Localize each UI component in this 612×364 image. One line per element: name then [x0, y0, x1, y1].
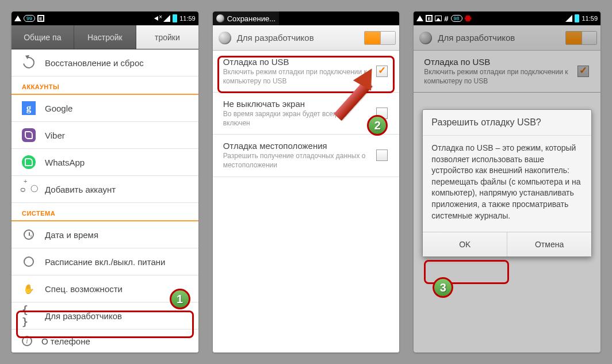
master-toggle[interactable]	[364, 31, 396, 45]
warning-icon	[14, 16, 21, 21]
title: Отладка по USB	[223, 57, 368, 67]
confirm-dialog: Разрешить отладку USB? Отладка по USB – …	[422, 109, 592, 257]
globe-icon	[219, 32, 231, 44]
tab-general[interactable]: Общие па	[12, 25, 74, 49]
item-google[interactable]: g Google	[12, 95, 198, 122]
label: Google	[45, 104, 189, 113]
marker-3: 3	[433, 277, 453, 298]
item-restore[interactable]: Восстановление и сброс	[12, 49, 198, 76]
item-about-phone[interactable]: i О телефоне	[12, 329, 198, 352]
clock-text: 11:59	[582, 15, 598, 22]
screen-settings: 99 E 11:59 Общие па Настройк тройки Восс…	[12, 12, 198, 352]
item-viber[interactable]: Viber	[12, 122, 198, 149]
item-developer-options[interactable]: { } Для разработчиков	[12, 302, 198, 329]
label: О телефоне	[41, 336, 189, 346]
cancel-button[interactable]: Отмена	[507, 232, 591, 256]
label: Для разработчиков	[45, 311, 189, 321]
item-schedule[interactable]: Расписание вкл./выкл. питани	[12, 248, 198, 275]
title: Не выключать экран	[223, 99, 368, 109]
label: Расписание вкл./выкл. питани	[45, 257, 189, 267]
clock-text: 11:59	[179, 15, 196, 22]
notif-badge: 98	[451, 15, 462, 22]
item-usb-debugging: Отладка по USB Включить режим отладки пр…	[414, 51, 600, 93]
signal-icon	[163, 15, 170, 22]
picture-icon	[435, 16, 442, 21]
settings-list: Восстановление и сброс АККАУНТЫ g Google…	[12, 49, 198, 352]
info-icon: i	[22, 336, 32, 346]
marker-1: 1	[170, 289, 190, 309]
globe-icon	[419, 32, 432, 44]
app-icon: E	[426, 15, 433, 22]
checkbox-mock-location[interactable]	[376, 150, 388, 161]
title: Для разработчиков	[237, 33, 314, 43]
checkbox-usb-debugging	[577, 66, 589, 77]
desc: Включить режим отладки при подключении к…	[424, 68, 568, 86]
label: Дата и время	[45, 230, 189, 240]
hex-icon	[465, 15, 472, 22]
notif-badge: 99	[24, 15, 35, 22]
tab-settings-1[interactable]: Настройк	[74, 25, 137, 49]
globe-icon	[216, 14, 224, 22]
label: Добавить аккаунт	[45, 185, 189, 194]
add-account-icon: ᴑ	[22, 182, 36, 196]
braces-icon: { }	[22, 309, 36, 323]
desc: Включить режим отладки при подключении к…	[223, 68, 368, 86]
ok-button[interactable]: OK	[423, 232, 507, 256]
action-bar: Для разработчиков	[414, 25, 600, 51]
warning-icon	[416, 16, 423, 21]
dialog-message: Отладка по USB – это режим, который позв…	[423, 136, 591, 232]
screen-confirm-dialog: E # 98 11:59 Для разработчиков Отладка п…	[414, 12, 600, 352]
whatsapp-icon	[22, 155, 36, 169]
back-button[interactable]	[415, 28, 436, 48]
clock-icon	[22, 228, 36, 242]
back-button[interactable]	[215, 28, 235, 48]
status-bar: Сохранение...	[213, 12, 400, 25]
section-accounts: АККАУНТЫ	[12, 76, 198, 95]
master-toggle[interactable]	[565, 31, 597, 45]
label: WhatsApp	[45, 158, 189, 167]
item-datetime[interactable]: Дата и время	[12, 221, 198, 248]
item-whatsapp[interactable]: WhatsApp	[12, 149, 198, 176]
item-usb-debugging[interactable]: Отладка по USB Включить режим отладки пр…	[213, 51, 400, 93]
label: Спец. возможности	[45, 284, 189, 294]
title: Для разработчиков	[438, 33, 515, 43]
status-bar: E # 98 11:59	[414, 12, 600, 25]
title: Отладка местоположения	[223, 141, 368, 151]
dev-options-list: Отладка по USB Включить режим отладки пр…	[213, 51, 400, 352]
signal-icon	[565, 15, 572, 22]
desc: Разрешить получение отладочных данных о …	[223, 152, 368, 170]
battery-icon	[575, 14, 579, 22]
mute-icon	[153, 14, 161, 22]
tab-settings-2[interactable]: тройки	[136, 25, 198, 49]
viber-icon	[22, 128, 36, 142]
saving-text: Сохранение...	[227, 14, 276, 23]
section-system: СИСТЕМА	[12, 203, 198, 221]
app-icon: E	[37, 15, 44, 22]
settings-tabs: Общие па Настройк тройки	[12, 25, 198, 49]
item-add-account[interactable]: ᴑ Добавить аккаунт	[12, 176, 198, 203]
status-bar: 99 E 11:59	[12, 12, 198, 25]
hand-icon: ✋	[22, 282, 36, 296]
dialog-title: Разрешить отладку USB?	[423, 110, 591, 136]
battery-icon	[173, 14, 177, 22]
google-icon: g	[22, 101, 36, 115]
item-mock-location[interactable]: Отладка местоположения Разрешить получен…	[213, 135, 400, 177]
hash-icon: #	[444, 14, 448, 23]
label: Viber	[45, 131, 189, 140]
schedule-icon	[22, 255, 36, 269]
restore-icon	[22, 56, 36, 70]
title: Отладка по USB	[424, 57, 568, 67]
action-bar: Для разработчиков	[213, 25, 400, 51]
screen-dev-options: Сохранение... Для разработчиков Отладка …	[213, 12, 400, 352]
label: Восстановление и сброс	[45, 58, 189, 68]
checkbox-usb-debugging[interactable]	[376, 66, 388, 77]
desc: Во время зарядки экран будет всегда вклю…	[223, 110, 368, 128]
